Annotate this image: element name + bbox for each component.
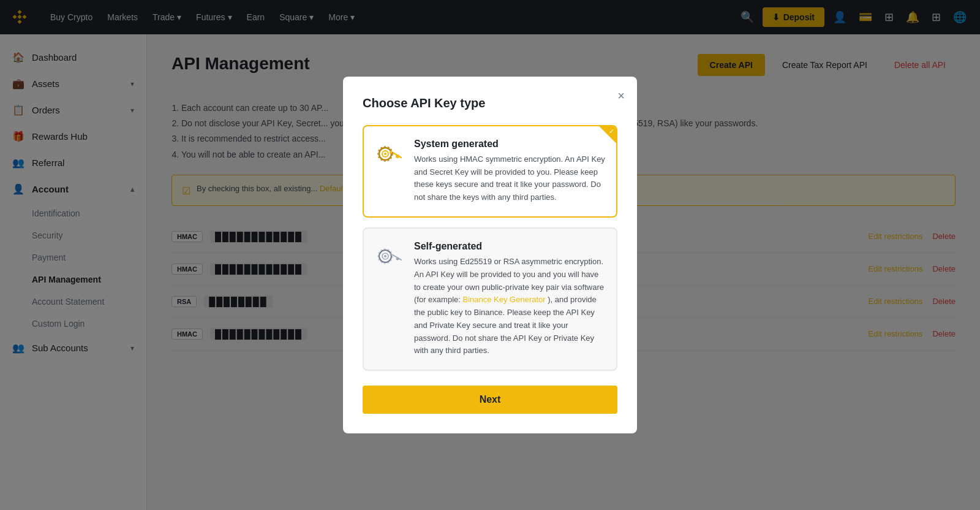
system-generated-content: System generated Works using HMAC symmet… [414,139,606,204]
svg-point-6 [390,151,392,154]
self-key-icon [374,241,404,272]
check-mark-icon: ✓ [609,128,614,135]
svg-point-5 [396,154,399,158]
modal-title: Choose API Key type [363,96,617,110]
next-button[interactable]: Next [363,386,617,414]
svg-point-10 [384,255,386,257]
svg-point-12 [396,257,399,260]
system-key-icon [374,139,404,169]
system-generated-desc: Works using HMAC symmetric encryption. A… [414,153,606,204]
modal-overlay: Choose API Key type × ✓ System genera [0,0,980,510]
choose-api-key-modal: Choose API Key type × ✓ System genera [343,77,637,434]
self-generated-content: Self-generated Works using Ed25519 or RS… [414,241,606,357]
binance-key-generator-link[interactable]: Binance Key Generator [462,295,545,304]
svg-point-13 [390,254,392,256]
system-generated-title: System generated [414,139,606,150]
modal-close-button[interactable]: × [617,89,625,103]
self-generated-option[interactable]: Self-generated Works using Ed25519 or RS… [363,227,617,371]
self-generated-desc: Works using Ed25519 or RSA asymmetric en… [414,256,606,357]
svg-point-3 [384,153,386,155]
system-generated-option[interactable]: ✓ System generated Works using HMAC symm… [363,125,617,218]
self-generated-title: Self-generated [414,241,606,252]
